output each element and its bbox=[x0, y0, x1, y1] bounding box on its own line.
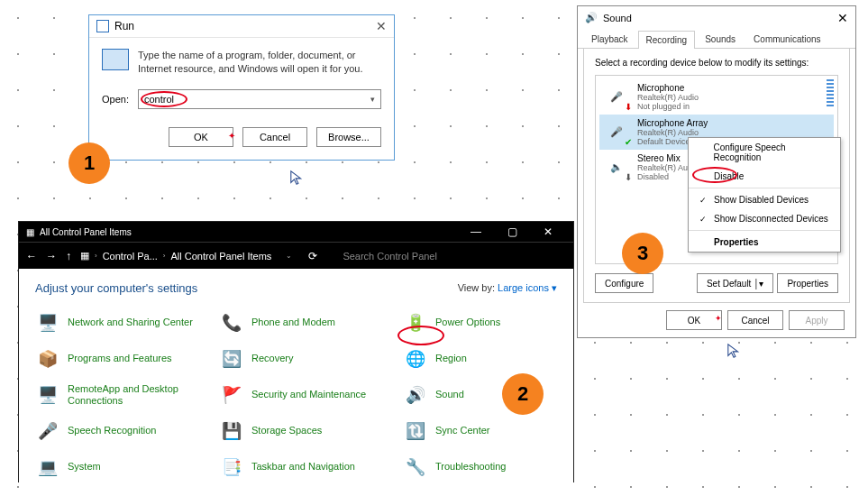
menu-show-disconnected[interactable]: ✓Show Disconnected Devices bbox=[689, 209, 840, 228]
cp-item-label: Region bbox=[435, 353, 467, 364]
step-badge-3: 3 bbox=[622, 233, 663, 274]
tab-recording[interactable]: Recording bbox=[638, 31, 696, 49]
breadcrumb[interactable]: All Control Panel Items bbox=[170, 251, 271, 262]
chevron-down-icon[interactable]: ▾ bbox=[370, 95, 375, 104]
microphone-icon: 🎤⬇ bbox=[603, 83, 630, 110]
cancel-button[interactable]: Cancel bbox=[242, 127, 307, 147]
back-button[interactable]: ← bbox=[26, 250, 37, 262]
tab-communications[interactable]: Communications bbox=[745, 30, 828, 48]
sound-title: Sound bbox=[603, 13, 632, 23]
stereo-mix-icon: 🔈⬇ bbox=[603, 153, 630, 180]
cp-item-security-and-maintenance[interactable]: 🚩Security and Maintenance bbox=[219, 380, 399, 410]
run-dialog: Run ✕ Type the name of a program, folder… bbox=[88, 14, 395, 161]
set-default-button[interactable]: Set Default │▾ bbox=[697, 273, 774, 293]
cp-item-icon: 💻 bbox=[35, 455, 60, 480]
search-input[interactable]: Search Control Panel bbox=[343, 251, 437, 262]
cp-item-icon: 📑 bbox=[219, 455, 244, 480]
cp-item-network-and-sharing-center[interactable]: 🖥️Network and Sharing Center bbox=[35, 308, 215, 338]
cp-item-taskbar-and-navigation[interactable]: 📑Taskbar and Navigation bbox=[219, 452, 399, 482]
close-button[interactable]: ✕ bbox=[530, 225, 566, 238]
menu-configure-speech[interactable]: Configure Speech Recognition bbox=[689, 138, 840, 167]
device-microphone[interactable]: 🎤⬇ Microphone Realtek(R) Audio Not plugg… bbox=[599, 79, 834, 115]
forward-button[interactable]: → bbox=[46, 250, 57, 262]
cursor-icon bbox=[289, 170, 306, 186]
breadcrumb[interactable]: Control Pa... bbox=[103, 251, 158, 262]
run-message: Type the name of a program, folder, docu… bbox=[138, 49, 381, 77]
level-meter bbox=[827, 79, 834, 108]
cp-item-label: Sound bbox=[435, 389, 464, 400]
cp-item-icon: 🖥️ bbox=[35, 310, 60, 335]
cp-item-recovery[interactable]: 🔄Recovery bbox=[219, 344, 399, 374]
sound-icon: 🔊 bbox=[585, 12, 598, 24]
home-icon[interactable]: ▦ bbox=[80, 250, 89, 262]
configure-button[interactable]: Configure bbox=[595, 273, 653, 293]
cp-item-icon: 🎤 bbox=[35, 418, 60, 444]
cp-item-troubleshooting[interactable]: 🔧Troubleshooting bbox=[403, 452, 556, 482]
cp-item-sync-center[interactable]: 🔃Sync Center bbox=[403, 416, 556, 446]
close-icon[interactable]: ✕ bbox=[837, 11, 848, 25]
cp-item-speech-recognition[interactable]: 🎤Speech Recognition bbox=[35, 416, 215, 446]
context-menu: Configure Speech Recognition Disable ✓Sh… bbox=[688, 137, 841, 253]
cp-item-power-options[interactable]: 🔋Power Options bbox=[403, 308, 556, 338]
cp-item-label: Programs and Features bbox=[68, 353, 172, 364]
open-input[interactable]: control ▾ bbox=[138, 89, 381, 109]
cp-item-icon: 🔄 bbox=[219, 346, 244, 372]
close-icon[interactable]: ✕ bbox=[376, 19, 387, 33]
cp-item-icon: 🔊 bbox=[403, 382, 428, 408]
sound-titlebar: 🔊 Sound ✕ bbox=[578, 6, 855, 30]
cp-item-programs-and-features[interactable]: 📦Programs and Features bbox=[35, 344, 215, 374]
run-titlebar: Run ✕ bbox=[89, 15, 394, 38]
menu-properties[interactable]: Properties bbox=[689, 233, 840, 252]
cp-item-label: Sync Center bbox=[435, 425, 490, 436]
menu-disable[interactable]: Disable bbox=[689, 167, 840, 186]
page-title: Adjust your computer's settings bbox=[35, 281, 197, 295]
maximize-button[interactable]: ▢ bbox=[494, 225, 530, 238]
open-label: Open: bbox=[102, 94, 129, 105]
cp-item-label: Phone and Modem bbox=[251, 317, 335, 328]
cp-item-remoteapp-and-desktop-connections[interactable]: 🖥️RemoteApp and Desktop Connections bbox=[35, 380, 215, 410]
step-badge-2: 2 bbox=[502, 373, 544, 415]
browse-button[interactable]: Browse... bbox=[316, 127, 381, 147]
cp-item-phone-and-modem[interactable]: 📞Phone and Modem bbox=[219, 308, 399, 338]
ok-button[interactable]: OK ✦ bbox=[169, 127, 233, 147]
cp-item-label: Network and Sharing Center bbox=[68, 317, 193, 328]
run-app-icon bbox=[102, 49, 129, 70]
cp-item-label: Speech Recognition bbox=[68, 425, 156, 436]
view-by: View by: Large icons ▾ bbox=[458, 282, 557, 294]
cp-item-icon: 📦 bbox=[35, 346, 60, 372]
microphone-array-icon: 🎤✔ bbox=[603, 118, 630, 145]
cp-item-system[interactable]: 💻System bbox=[35, 452, 215, 482]
cp-item-label: Storage Spaces bbox=[251, 425, 322, 436]
cursor-icon bbox=[726, 343, 743, 359]
sound-dialog: 🔊 Sound ✕ Playback Recording Sounds Comm… bbox=[577, 5, 856, 338]
cp-item-label: Troubleshooting bbox=[435, 461, 506, 473]
click-spark-icon: ✦ bbox=[228, 131, 235, 141]
cp-item-label: Security and Maintenance bbox=[251, 389, 366, 400]
tab-sounds[interactable]: Sounds bbox=[697, 30, 744, 48]
cp-item-icon: 💾 bbox=[219, 418, 244, 444]
cp-item-icon: 📞 bbox=[219, 310, 244, 335]
cp-item-icon: 🔧 bbox=[403, 455, 428, 480]
instruction-text: Select a recording device below to modif… bbox=[595, 58, 838, 68]
view-by-dropdown[interactable]: Large icons ▾ bbox=[498, 282, 557, 293]
refresh-button[interactable]: ⟳ bbox=[308, 250, 317, 262]
click-spark-icon: ✦ bbox=[715, 314, 722, 323]
run-title: Run bbox=[114, 20, 134, 32]
cp-item-label: Taskbar and Navigation bbox=[251, 461, 355, 473]
cp-item-region[interactable]: 🌐Region bbox=[403, 344, 556, 374]
up-button[interactable]: ↑ bbox=[66, 250, 71, 262]
tab-playback[interactable]: Playback bbox=[583, 30, 636, 48]
properties-button[interactable]: Properties bbox=[777, 273, 838, 293]
minimize-button[interactable]: ― bbox=[458, 225, 494, 238]
ok-button[interactable]: OK ✦ bbox=[666, 310, 722, 330]
cp-item-label: RemoteApp and Desktop Connections bbox=[68, 383, 215, 407]
apply-button[interactable]: Apply bbox=[789, 310, 845, 330]
cp-window-title: All Control Panel Items bbox=[40, 227, 132, 237]
cp-item-storage-spaces[interactable]: 💾Storage Spaces bbox=[219, 416, 399, 446]
menu-show-disabled[interactable]: ✓Show Disabled Devices bbox=[689, 190, 840, 209]
step-badge-1: 1 bbox=[69, 142, 110, 184]
cancel-button[interactable]: Cancel bbox=[727, 310, 783, 330]
cp-item-icon: 🚩 bbox=[219, 382, 244, 408]
cp-item-icon: 🔃 bbox=[403, 418, 428, 444]
cp-item-label: Power Options bbox=[435, 317, 500, 328]
